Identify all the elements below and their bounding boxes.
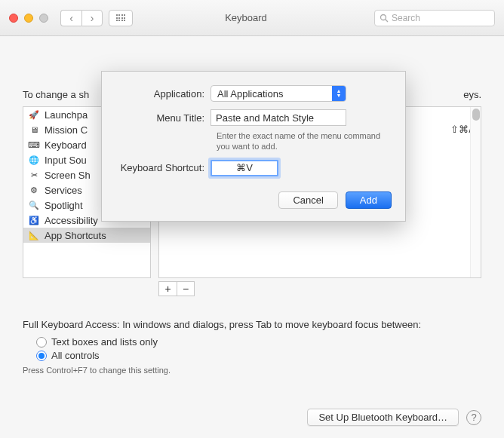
add-shortcut-sheet: Application: All Applications ▲▼ Menu Ti… xyxy=(101,71,406,222)
select-value: All Applications xyxy=(217,88,283,100)
keyboard-shortcut-input[interactable]: ⌘V xyxy=(211,160,278,176)
chevron-right-icon: › xyxy=(91,12,94,24)
mission-control-icon: 🖥 xyxy=(28,124,40,136)
zoom-window-button[interactable] xyxy=(39,14,48,23)
footer: Set Up Bluetooth Keyboard… ? xyxy=(307,409,481,426)
remove-shortcut-button[interactable]: − xyxy=(177,281,195,296)
radio-label: Text boxes and lists only xyxy=(51,336,158,348)
sidebar-item-label: Services xyxy=(45,185,82,196)
sidebar-item-label: App Shortcuts xyxy=(45,230,106,241)
sidebar-item-label: Input Sou xyxy=(45,155,87,166)
search-placeholder: Search xyxy=(392,13,420,23)
services-icon: ⚙ xyxy=(28,184,40,196)
accessibility-icon: ♿ xyxy=(28,214,40,226)
add-remove-buttons: + − xyxy=(158,281,481,296)
cancel-button[interactable]: Cancel xyxy=(278,191,337,209)
search-field[interactable]: Search xyxy=(374,10,495,26)
menu-title-help: Enter the exact name of the menu command… xyxy=(217,130,390,152)
radio-icon xyxy=(36,337,47,348)
sidebar-item-label: Mission C xyxy=(45,124,88,136)
search-icon xyxy=(380,14,389,23)
sidebar-item-app-shortcuts[interactable]: 📐App Shortcuts xyxy=(23,228,150,243)
sidebar-item-label: Launchpa xyxy=(45,109,88,121)
grid-icon xyxy=(116,14,126,21)
forward-button[interactable]: › xyxy=(81,10,103,26)
fka-radio-group: Text boxes and lists only All controls xyxy=(36,336,481,361)
full-keyboard-access-label: Full Keyboard Access: In windows and dia… xyxy=(23,319,481,330)
content-area: To change a sh eys. 🚀Launchpa 🖥Mission C… xyxy=(0,36,504,438)
scroll-thumb[interactable] xyxy=(472,109,480,121)
sheet-actions: Cancel Add xyxy=(115,191,392,209)
shortcut-cell: ⇧⌘/ xyxy=(450,124,472,135)
radio-icon xyxy=(36,351,47,361)
preferences-window: ‹ › Keyboard Search To change a sh eys. … xyxy=(0,0,504,438)
close-window-button[interactable] xyxy=(9,14,18,23)
bluetooth-keyboard-button[interactable]: Set Up Bluetooth Keyboard… xyxy=(307,409,459,426)
scrollbar[interactable] xyxy=(470,107,481,277)
chevron-left-icon: ‹ xyxy=(69,12,73,24)
add-shortcut-button[interactable]: + xyxy=(158,281,177,296)
spotlight-icon: 🔍 xyxy=(28,199,40,211)
back-button[interactable]: ‹ xyxy=(60,10,81,26)
menu-title-label: Menu Title: xyxy=(115,112,211,124)
keyboard-shortcut-label: Keyboard Shortcut: xyxy=(115,162,211,173)
launchpad-icon: 🚀 xyxy=(28,109,40,121)
input-sources-icon: 🌐 xyxy=(28,154,40,166)
fka-radio-all-controls[interactable]: All controls xyxy=(36,350,481,361)
sidebar-item-label: Accessibility xyxy=(45,215,98,226)
svg-line-1 xyxy=(386,19,388,21)
minimize-window-button[interactable] xyxy=(24,14,33,23)
svg-point-0 xyxy=(381,14,386,20)
sidebar-item-label: Spotlight xyxy=(45,200,83,211)
select-arrows-icon: ▲▼ xyxy=(332,86,346,101)
help-button[interactable]: ? xyxy=(466,410,481,425)
sidebar-item-label: Keyboard xyxy=(45,139,87,151)
show-all-button[interactable] xyxy=(109,10,133,26)
screenshots-icon: ✂ xyxy=(28,169,40,181)
window-title: Keyboard xyxy=(148,12,374,23)
nav-buttons: ‹ › xyxy=(60,10,103,26)
window-controls xyxy=(9,14,48,23)
fka-hint: Press Control+F7 to change this setting. xyxy=(23,366,481,375)
add-button[interactable]: Add xyxy=(346,191,392,209)
fka-radio-text-boxes[interactable]: Text boxes and lists only xyxy=(36,336,481,348)
application-select[interactable]: All Applications ▲▼ xyxy=(211,85,346,102)
keyboard-icon: ⌨ xyxy=(28,139,40,151)
menu-title-input[interactable]: Paste and Match Style xyxy=(211,109,346,126)
help-icon: ? xyxy=(471,412,476,423)
application-label: Application: xyxy=(115,88,211,100)
app-shortcuts-icon: 📐 xyxy=(28,229,40,241)
radio-label: All controls xyxy=(51,350,100,361)
titlebar: ‹ › Keyboard Search xyxy=(0,0,504,36)
sidebar-item-label: Screen Sh xyxy=(45,170,91,181)
